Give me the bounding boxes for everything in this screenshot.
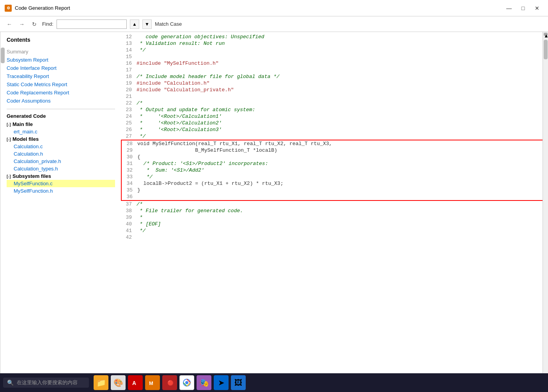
sidebar: Contents Summary Subsystem Report Code I… — [0, 32, 121, 373]
subsystem-files-label: Subsystem files — [12, 173, 51, 179]
taskbar-app-files[interactable]: 📁 — [94, 375, 108, 390]
taskbar-app-red-icon[interactable]: 🔴 — [162, 375, 177, 390]
sidebar-file-calculation-c[interactable]: Calculation.c — [7, 143, 115, 150]
sidebar-item-static-code-metrics[interactable]: Static Code Metrics Report — [7, 80, 115, 89]
code-line-27: 27 */ — [121, 133, 548, 140]
sidebar-file-myselfunction-h[interactable]: MySelfFunction.h — [7, 187, 115, 195]
taskbar-search[interactable]: 🔍 在这里输入你要搜索的内容 — [3, 378, 89, 388]
taskbar-app-chrome[interactable] — [179, 375, 194, 390]
code-content[interactable]: 12 code generation objectives: Unspecifi… — [121, 32, 548, 373]
sidebar-file-calculation-h[interactable]: Calculation.h — [7, 150, 115, 158]
code-line-42: 42 — [121, 234, 548, 241]
main-content: Contents Summary Subsystem Report Code I… — [0, 32, 548, 373]
taskbar-search-text: 在这里输入你要搜索的内容 — [17, 379, 78, 386]
sidebar-divider — [7, 109, 115, 109]
app-icon: ⚙ — [5, 5, 12, 12]
sidebar-container: Contents Summary Subsystem Report Code I… — [0, 32, 121, 373]
svg-text:M: M — [149, 380, 153, 386]
code-line-20: 20 #include "Calculation_private.h" — [121, 87, 548, 93]
code-scrollbar-top-arrow[interactable]: ▲ — [544, 33, 548, 36]
code-line-34: 34 localB->Product2 = (rtu_X1 + rtu_X2) … — [122, 180, 545, 187]
sidebar-item-coder-assumptions[interactable]: Coder Assumptions — [7, 97, 115, 105]
code-line-39: 39 * — [121, 214, 548, 221]
sidebar-scrollbar-thumb[interactable] — [1, 48, 5, 63]
sidebar-file-calculation-private-h[interactable]: Calculation_private.h — [7, 158, 115, 165]
find-up-button[interactable]: ▲ — [130, 20, 139, 29]
title-bar: ⚙ Code Generation Report — □ ✕ — [0, 0, 548, 16]
code-line-26: 26 * '<Root>/Calculation3' — [121, 126, 548, 133]
code-line-33: 33 */ — [122, 174, 545, 180]
code-line-37: 37 /* — [121, 201, 548, 208]
find-down-button[interactable]: ▼ — [142, 20, 152, 29]
sidebar-item-summary[interactable]: Summary — [7, 48, 115, 56]
maximize-button[interactable]: □ — [517, 4, 529, 13]
minimize-button[interactable]: — — [503, 4, 515, 13]
code-line-23: 23 * Output and update for atomic system… — [121, 106, 548, 113]
code-line-24: 24 * '<Root>/Calculation1' — [121, 113, 548, 120]
code-line-35: 35 } — [122, 187, 545, 193]
code-line-21: 21 — [121, 93, 548, 100]
find-label: Find: — [42, 21, 53, 27]
svg-text:🔴: 🔴 — [167, 380, 174, 386]
sidebar-file-myselfunction-c[interactable]: MySelfFunction.c — [7, 180, 115, 187]
contents-title: Contents — [7, 37, 115, 43]
taskbar-app-photos[interactable]: 🖼 — [231, 375, 246, 390]
taskbar: 🔍 在这里输入你要搜索的内容 📁 🎨 A M 🔴 🎭 ➤ 🖼 — [0, 373, 548, 392]
subsystem-files-tree-item[interactable]: [-] Subsystem files — [7, 172, 115, 180]
code-line-31: 31 /* Product: '<S1>/Product2' incorpora… — [122, 160, 545, 167]
forward-button[interactable]: → — [17, 20, 27, 29]
sidebar-item-code-replacements[interactable]: Code Replacements Report — [7, 89, 115, 97]
code-line-14: 14 */ — [121, 47, 548, 53]
model-files-label: Model files — [12, 136, 39, 142]
code-line-12: 12 code generation objectives: Unspecifi… — [121, 34, 548, 40]
taskbar-app-paint[interactable]: 🎨 — [111, 375, 126, 390]
sidebar-item-traceability[interactable]: Traceability Report — [7, 72, 115, 80]
sidebar-item-subsystem-report[interactable]: Subsystem Report — [7, 56, 115, 64]
code-line-38: 38 * File trailer for generated code. — [121, 208, 548, 214]
window-controls: — □ ✕ — [503, 4, 543, 13]
code-line-29: 29 B_MySelfFunction_T *localB) — [122, 147, 545, 154]
code-line-16: 16 #include "MySelfFunction.h" — [121, 60, 548, 67]
taskbar-app-acrobat[interactable]: A — [128, 375, 143, 390]
sidebar-file-ert-main[interactable]: ert_main.c — [7, 128, 115, 135]
code-line-32: 32 * Sum: '<S1>/Add2' — [122, 167, 545, 174]
subsystem-files-toggle[interactable]: [-] — [7, 174, 11, 179]
match-case-label: Match Case — [155, 21, 182, 27]
title-bar-left: ⚙ Code Generation Report — [5, 5, 70, 12]
highlighted-code-block: 28 void MySelfFunction(real_T rtu_X1, re… — [121, 140, 546, 201]
code-line-13: 13 * Validation result: Not run — [121, 40, 548, 47]
sidebar-file-calculation-types-h[interactable]: Calculation_types.h — [7, 165, 115, 172]
code-line-30: 30 { — [122, 154, 545, 160]
back-button[interactable]: ← — [5, 20, 14, 29]
generated-code-title: Generated Code — [7, 113, 115, 119]
taskbar-apps: 📁 🎨 A M 🔴 🎭 ➤ 🖼 — [94, 375, 246, 390]
refresh-button[interactable]: ↻ — [30, 20, 39, 29]
taskbar-app-arrow[interactable]: ➤ — [214, 375, 229, 390]
main-file-label: Main file — [12, 121, 33, 127]
sidebar-scrollbar[interactable] — [0, 32, 0, 373]
sidebar-item-code-interface[interactable]: Code Interface Report — [7, 64, 115, 72]
close-button[interactable]: ✕ — [531, 4, 543, 13]
code-line-17: 17 — [121, 67, 548, 73]
main-file-toggle[interactable]: [-] — [7, 122, 11, 127]
code-panel: 12 code generation objectives: Unspecifi… — [121, 32, 548, 373]
find-input[interactable] — [57, 20, 127, 29]
model-files-tree-item[interactable]: [-] Model files — [7, 135, 115, 143]
search-icon: 🔍 — [7, 380, 14, 386]
model-files-toggle[interactable]: [-] — [7, 137, 11, 142]
taskbar-app-matlab[interactable]: M — [145, 375, 160, 390]
code-scrollbar-thumb[interactable] — [544, 40, 548, 59]
code-line-22: 22 /* — [121, 100, 548, 106]
svg-point-7 — [185, 381, 188, 384]
window-title: Code Generation Report — [15, 5, 70, 11]
code-line-41: 41 */ — [121, 227, 548, 234]
taskbar-app-palette[interactable]: 🎭 — [197, 375, 211, 390]
code-line-25: 25 * '<Root>/Calculation2' — [121, 120, 548, 126]
code-scrollbar[interactable]: ▲ — [543, 32, 548, 373]
code-line-19: 19 #include "Calculation.h" — [121, 80, 548, 87]
main-file-tree-item[interactable]: [-] Main file — [7, 121, 115, 128]
code-line-36: 36 — [122, 193, 545, 200]
svg-text:A: A — [132, 380, 136, 386]
code-line-15: 15 — [121, 53, 548, 60]
toolbar: ← → ↻ Find: ▲ ▼ Match Case — [0, 16, 548, 32]
